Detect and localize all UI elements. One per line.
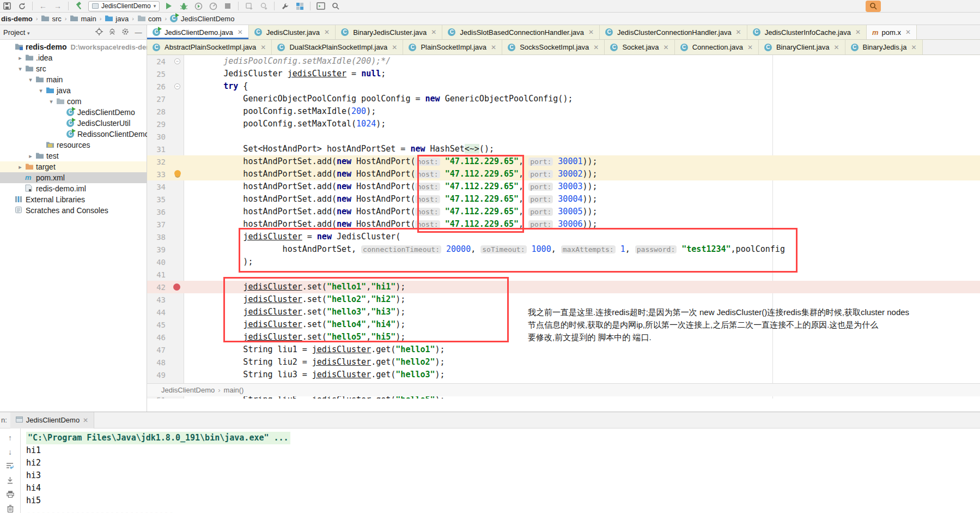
breadcrumb-item-jedisclientdemo[interactable]: CJedisClientDemo: [170, 14, 234, 23]
gutter-cell[interactable]: [171, 281, 184, 293]
line-number[interactable]: 27: [147, 95, 171, 104]
line-number[interactable]: 39: [147, 245, 171, 254]
stop-icon[interactable]: [222, 1, 233, 11]
code-line-29[interactable]: 29 poolConfig.setMaxTotal(1024);: [147, 118, 980, 130]
code-line-49[interactable]: 49 String liu3 = jedisCluster.get("hello…: [147, 369, 980, 381]
tree-item-jedisclusterutil[interactable]: CJedisClusterUtil: [0, 118, 147, 129]
line-number[interactable]: 30: [147, 132, 171, 141]
tree-item-src[interactable]: ▾src: [0, 63, 147, 74]
gear-icon[interactable]: [120, 28, 130, 37]
line-number[interactable]: 45: [147, 321, 171, 329]
gutter-cell[interactable]: [171, 256, 184, 268]
code-line-24[interactable]: 24− jedisPoolConfig.setMaxIdle(200);*/: [147, 55, 980, 68]
editor-tab-socket-java[interactable]: CSocket.java✕: [605, 40, 674, 55]
line-number[interactable]: 41: [147, 270, 171, 279]
close-icon[interactable]: ✕: [324, 28, 330, 36]
search-highlight-icon[interactable]: [866, 1, 881, 12]
close-icon[interactable]: ✕: [491, 44, 496, 51]
line-number[interactable]: 26: [147, 82, 171, 91]
chevron-down-icon[interactable]: ▾: [17, 65, 23, 73]
breadcrumb-class[interactable]: JedisClientDemo: [161, 386, 215, 394]
gutter-cell[interactable]: [171, 118, 184, 130]
gutter-cell[interactable]: [171, 68, 184, 80]
gutter-cell[interactable]: [171, 243, 184, 256]
line-number[interactable]: 42: [147, 283, 171, 292]
tree-item-com[interactable]: ▾com: [0, 96, 147, 107]
down-stack-icon[interactable]: ↓: [8, 447, 12, 456]
debug-icon[interactable]: [178, 1, 189, 11]
editor-tab-abstractplainsocketimpl-java[interactable]: CAbstractPlainSocketImpl.java✕: [147, 40, 272, 55]
breadcrumb-item-dis-demo[interactable]: dis-demo: [1, 15, 33, 23]
line-number[interactable]: 36: [147, 208, 171, 216]
gutter-cell[interactable]: [171, 306, 184, 318]
line-number[interactable]: 29: [147, 120, 171, 129]
gutter-cell[interactable]: [171, 193, 184, 206]
coverage-icon[interactable]: [193, 1, 204, 11]
wrench-icon[interactable]: [279, 1, 290, 11]
gutter-cell[interactable]: [171, 143, 184, 155]
line-number[interactable]: 43: [147, 295, 171, 304]
soft-wrap-icon[interactable]: [6, 461, 14, 470]
run-icon[interactable]: [163, 1, 174, 11]
code-line-47[interactable]: 47 String liu1 = jedisCluster.get("hello…: [147, 343, 980, 356]
editor-tab-pom-x[interactable]: mpom.x✕: [867, 25, 917, 39]
tree-item-java[interactable]: ▾java: [0, 85, 147, 96]
chevron-down-icon[interactable]: ▾: [38, 87, 44, 94]
save-icon[interactable]: [2, 1, 13, 11]
line-number[interactable]: 24: [147, 57, 171, 66]
console-output[interactable]: "C:\Program Files\Java\jdk1.8.0_191\bin\…: [21, 428, 980, 513]
editor-tab-jedisslotbasedconnectionhandler-java[interactable]: CJedisSlotBasedConnectionHandler.java✕: [442, 25, 600, 39]
tree-item-redissonclientdemo[interactable]: CRedissonClientDemo: [0, 129, 147, 140]
close-icon[interactable]: ✕: [392, 44, 397, 51]
line-number[interactable]: 37: [147, 220, 171, 229]
code-line-48[interactable]: 48 String liu2 = jedisCluster.get("hello…: [147, 356, 980, 369]
run-configuration-select[interactable]: JedisClientDemo ▾: [88, 1, 160, 11]
gutter-cell[interactable]: [171, 293, 184, 306]
code-line-28[interactable]: 28 poolConfig.setMaxIdle(200);: [147, 105, 980, 118]
gutter-cell[interactable]: [171, 105, 184, 118]
fold-icon[interactable]: −: [174, 83, 180, 89]
gutter-cell[interactable]: [171, 343, 184, 356]
close-icon[interactable]: ✕: [736, 28, 741, 36]
tree-item-pom-xml[interactable]: mpom.xml: [0, 172, 147, 183]
line-number[interactable]: 33: [147, 170, 171, 179]
gutter-cell[interactable]: −: [171, 55, 184, 68]
close-icon[interactable]: ✕: [911, 44, 916, 51]
tree-item-redis-demo-iml[interactable]: redis-demo.iml: [0, 183, 147, 194]
breadcrumb-item-main[interactable]: main: [70, 14, 96, 23]
editor-tab-jedisclientdemo-java[interactable]: CJedisClientDemo.java✕: [147, 25, 249, 39]
gutter-cell[interactable]: [171, 180, 184, 193]
code-line-25[interactable]: 25 JedisCluster jedisCluster = null;: [147, 68, 980, 80]
back-arrow-icon[interactable]: ←: [38, 1, 48, 11]
profiler-icon[interactable]: [208, 1, 218, 11]
code-line-26[interactable]: 26− try {: [147, 80, 980, 93]
chevron-right-icon[interactable]: ▸: [17, 55, 23, 62]
line-number[interactable]: 46: [147, 333, 171, 342]
close-icon[interactable]: ✕: [431, 28, 436, 36]
tree-item-test[interactable]: ▸test: [0, 150, 147, 161]
hide-panel-icon[interactable]: —: [133, 28, 143, 37]
line-number[interactable]: 25: [147, 70, 171, 79]
fold-icon[interactable]: −: [174, 58, 180, 64]
gutter-cell[interactable]: [171, 168, 184, 180]
chevron-down-icon[interactable]: ▾: [27, 76, 34, 83]
update-icon[interactable]: [258, 1, 269, 11]
search-icon[interactable]: [330, 1, 341, 11]
breadcrumb-item-src[interactable]: src: [41, 14, 61, 23]
locate-icon[interactable]: [94, 28, 104, 37]
breadcrumb-item-com[interactable]: com: [137, 14, 162, 23]
gutter-cell[interactable]: [171, 231, 184, 243]
scroll-to-end-icon[interactable]: [7, 475, 14, 485]
line-number[interactable]: 28: [147, 107, 171, 116]
code-line-30[interactable]: 30: [147, 130, 980, 143]
tree-item-redis-demo[interactable]: redis-demoD:\workspace\redis-demo: [0, 41, 147, 52]
code-line-32[interactable]: 32 hostAndPortSet.add(new HostAndPort(ho…: [147, 155, 980, 168]
line-number[interactable]: 47: [147, 346, 171, 354]
sync-icon[interactable]: [16, 1, 27, 11]
chevron-down-icon[interactable]: ▾: [48, 98, 54, 105]
breakpoint-icon[interactable]: [173, 283, 180, 291]
gutter-cell[interactable]: −: [171, 80, 184, 93]
gutter-cell[interactable]: [171, 369, 184, 381]
chevron-right-icon[interactable]: ▸: [27, 153, 34, 160]
chevron-right-icon[interactable]: ▸: [17, 164, 23, 171]
